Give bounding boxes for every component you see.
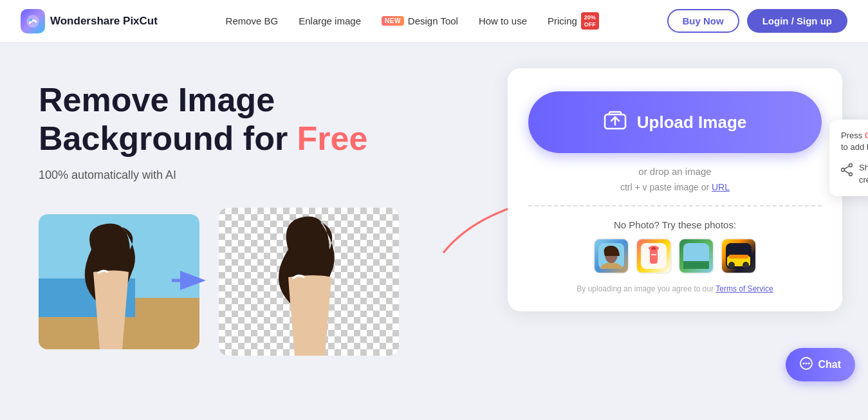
buy-now-button[interactable]: Buy Now [667, 9, 739, 33]
terms-link[interactable]: Terms of Service [716, 284, 773, 293]
svg-point-29 [728, 262, 735, 268]
navbar-actions: Buy Now Login / Sign up [667, 9, 847, 33]
login-signup-button[interactable]: Login / Sign up [747, 9, 847, 33]
nav-design-tool[interactable]: NEW Design Tool [382, 15, 458, 26]
bookmark-popup: Press Ctrl + D to add bookmark [829, 120, 868, 196]
bookmark-row: Press Ctrl + D to add bookmark [841, 130, 868, 153]
url-link[interactable]: URL [712, 182, 730, 192]
svg-point-38 [803, 363, 805, 365]
svg-point-30 [743, 262, 749, 268]
share-text: Share to get credits [859, 162, 868, 185]
sample-photos [528, 238, 822, 274]
svg-point-40 [808, 363, 810, 365]
upload-image-button[interactable]: Upload Image [528, 91, 822, 153]
sample-section: No Photo? Try these photos: [528, 219, 822, 293]
svg-point-39 [806, 363, 808, 365]
paste-text: ctrl + v paste image or URL [528, 182, 822, 192]
hero-right: Upload Image or drop an image ctrl + v p… [508, 68, 842, 311]
nav-links: Remove BG Enlarge image NEW Design Tool … [226, 12, 599, 30]
sample-title: No Photo? Try these photos: [528, 219, 822, 230]
logo-icon [21, 9, 45, 33]
svg-point-34 [849, 173, 853, 176]
share-row: Share to get credits [841, 162, 868, 185]
sample-photo-1[interactable] [593, 238, 629, 274]
svg-rect-25 [683, 261, 709, 269]
sample-photo-2[interactable] [636, 238, 672, 274]
chat-icon [800, 357, 813, 372]
drop-text: or drop an image [528, 166, 822, 177]
svg-point-32 [849, 164, 853, 167]
hero-demo-images [39, 208, 482, 356]
terms-text: By uploading an image you agree to our T… [528, 284, 822, 293]
sample-photo-4[interactable] [721, 238, 757, 274]
svg-line-36 [844, 171, 849, 174]
divider [528, 205, 822, 206]
new-badge: NEW [382, 16, 404, 26]
hero-subtitle: 100% automatically with AI [39, 169, 482, 182]
hero-left: Remove Image Background for Free 100% au… [39, 68, 482, 356]
share-icon[interactable] [841, 163, 853, 179]
nav-how-to-use[interactable]: How to use [479, 15, 527, 26]
sample-photo-3[interactable] [678, 238, 714, 274]
nav-enlarge-image[interactable]: Enlarge image [299, 15, 361, 26]
hero-title: Remove Image Background for Free [39, 81, 482, 158]
after-image [219, 208, 399, 356]
navbar: Wondershare PixCut Remove BG Enlarge ima… [0, 0, 868, 42]
svg-point-1 [30, 19, 32, 21]
logo-area[interactable]: Wondershare PixCut [21, 9, 158, 33]
svg-line-35 [844, 167, 849, 170]
chat-button[interactable]: Chat [786, 348, 855, 381]
upload-icon [604, 109, 627, 135]
upload-panel: Upload Image or drop an image ctrl + v p… [508, 68, 842, 311]
off-badge: 20%OFF [581, 12, 599, 30]
hero-section: Remove Image Background for Free 100% au… [0, 42, 868, 420]
bookmark-text: Press Ctrl + D to add bookmark [841, 130, 868, 153]
nav-remove-bg[interactable]: Remove BG [226, 15, 279, 26]
logo-text: Wondershare PixCut [50, 15, 158, 28]
svg-rect-31 [729, 255, 748, 259]
svg-point-33 [842, 169, 845, 172]
nav-pricing[interactable]: Pricing 20%OFF [548, 12, 599, 30]
